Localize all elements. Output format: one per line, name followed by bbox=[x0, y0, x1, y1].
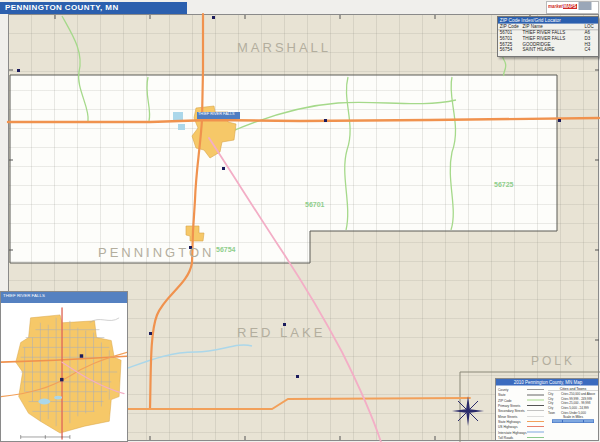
city-class-desc: Cities 5,000 - 24,999 bbox=[561, 406, 589, 409]
title-bar: PENNINGTON COUNTY, MN bbox=[0, 2, 187, 14]
legend-item-secondary: Secondary Streets bbox=[498, 409, 527, 413]
scale-label: Scale in Miles bbox=[552, 415, 594, 419]
city-class-label: City bbox=[548, 397, 561, 400]
legend-line-items: County State ZIP Code Primary Streets Se… bbox=[498, 387, 546, 440]
us-hwy-swatch bbox=[527, 426, 544, 427]
zip-line-swatch bbox=[527, 400, 544, 401]
city-name-callout: THIEF RIVER FALLS bbox=[197, 112, 240, 119]
city-class-label: City bbox=[548, 392, 561, 395]
legend-item-county: County bbox=[498, 388, 527, 392]
scale-bar: Scale in Miles bbox=[552, 415, 594, 423]
legend: 2010 Pennington County, MN Map County St… bbox=[495, 378, 599, 441]
legend-item-state: State bbox=[498, 393, 527, 397]
loc-cell: C4 bbox=[584, 47, 598, 53]
city-class-label: City bbox=[548, 402, 561, 405]
cities-towns-header: Cities and Towns bbox=[548, 387, 598, 391]
state-line-swatch bbox=[527, 394, 544, 395]
page-title: PENNINGTON COUNTY, MN bbox=[5, 3, 119, 12]
city-name-text: THIEF RIVER FALLS bbox=[198, 112, 240, 116]
secondary-street-swatch bbox=[527, 411, 544, 412]
county-label-polk: POLK bbox=[531, 354, 575, 368]
map-page: MARSHALL PENNINGTON RED LAKE POLK 56701 … bbox=[0, 0, 600, 442]
state-hwy-swatch bbox=[527, 421, 544, 422]
inset-map: THIEF RIVER FALLS bbox=[0, 291, 128, 442]
compass-rose-icon bbox=[452, 396, 484, 426]
zip-index-row: 56754 SAINT HILAIRE C4 bbox=[498, 47, 599, 53]
inset-art bbox=[1, 303, 127, 441]
legend-title: 2010 Pennington County, MN Map bbox=[496, 379, 599, 386]
legend-item-toll: Toll Roads bbox=[498, 436, 527, 440]
zip-label-56754: 56754 bbox=[216, 246, 235, 253]
city-class-label: Town bbox=[548, 411, 561, 414]
primary-street-swatch bbox=[527, 405, 544, 406]
county-label-red-lake: RED LAKE bbox=[237, 325, 325, 340]
name-cell: SAINT HILAIRE bbox=[523, 47, 585, 53]
legend-item-interstate: Interstate Highways bbox=[498, 430, 527, 434]
legend-item-zip: ZIP Code bbox=[498, 398, 527, 402]
county-label-marshall: MARSHALL bbox=[237, 40, 331, 55]
zip-label-56725: 56725 bbox=[494, 181, 513, 188]
county-line-swatch bbox=[527, 389, 544, 390]
city-class-desc: Cities Under 5,000 bbox=[561, 411, 586, 414]
toll-road-swatch bbox=[527, 437, 544, 438]
legend-item-us-hwy: US Highways bbox=[498, 425, 527, 429]
legend-item-primary: Primary Streets bbox=[498, 404, 527, 408]
inset-title: THIEF RIVER FALLS bbox=[3, 293, 113, 298]
legend-item-minor: Minor Streets bbox=[498, 414, 527, 418]
interstate-swatch bbox=[527, 432, 544, 433]
logo-address-block bbox=[578, 2, 591, 10]
scale-bar-graphic bbox=[552, 420, 594, 424]
inset-city-polygon bbox=[16, 315, 121, 433]
legend-item-state-hwy: State Highways bbox=[498, 420, 527, 424]
city-class-label: City bbox=[548, 406, 561, 409]
zip-label-56701: 56701 bbox=[305, 201, 324, 208]
city-class-desc: Cities 25,000 - 99,998 bbox=[561, 402, 590, 405]
city-class-desc: Cities 250,000 and Above bbox=[561, 392, 595, 395]
city-class-desc: Cities 99,999 - 249,999 bbox=[561, 397, 592, 400]
logo-text-maps: MAPS bbox=[563, 4, 577, 9]
zip-cell: 56754 bbox=[498, 47, 523, 53]
col-zip-name: ZIP Name bbox=[523, 24, 585, 30]
zip-index-table: ZIP Code Index/Grid Locator ZIP Code ZIP… bbox=[497, 16, 599, 57]
logo-text-market: market bbox=[548, 4, 563, 9]
col-loc: LOC bbox=[584, 24, 598, 30]
legend-cities-section: Cities and Towns CityCities 250,000 and … bbox=[548, 387, 598, 415]
marketmaps-logo: marketMAPS bbox=[546, 1, 599, 14]
minor-street-swatch bbox=[527, 416, 544, 417]
col-zip-code: ZIP Code bbox=[498, 24, 523, 30]
county-label-pennington: PENNINGTON bbox=[98, 245, 214, 260]
inset-title-bar: THIEF RIVER FALLS bbox=[1, 292, 127, 303]
